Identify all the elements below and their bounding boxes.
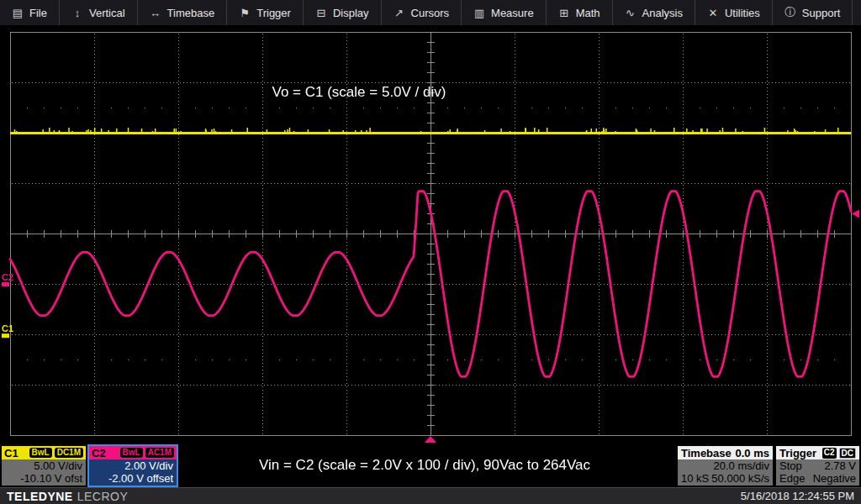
menu-utilities[interactable]: ✕ Utilities: [695, 0, 772, 25]
menu-analysis[interactable]: ∿ Analysis: [612, 0, 695, 25]
cursors-icon: ↗: [394, 7, 405, 19]
trigger-slope: Negative: [813, 473, 856, 485]
datetime-readout: 5/16/2018 12:24:55 PM: [741, 490, 854, 502]
trigger-level: 2.78 V: [824, 460, 856, 472]
math-icon: ⊞: [558, 7, 570, 19]
menu-vertical-label: Vertical: [89, 7, 125, 19]
display-icon: ⊟: [315, 7, 327, 19]
c1-trace-label: C1: [2, 323, 13, 333]
menu-math[interactable]: ⊞ Math: [546, 0, 612, 25]
c2-trace-label: C2: [2, 272, 13, 282]
menu-trigger[interactable]: ⚑ Trigger: [226, 0, 303, 25]
file-icon: ▤: [12, 7, 24, 19]
c1-descriptor-box[interactable]: C1 BwL DC1M 5.00 V/div -10.10 V ofst: [2, 446, 86, 486]
menu-support-label: Support: [802, 7, 841, 19]
menu-cursors-label: Cursors: [411, 7, 450, 19]
oscilloscope-screen: ▤ File ↕ Vertical ↔ Timebase ⚑ Trigger ⊟…: [0, 0, 861, 504]
menu-timebase[interactable]: ↔ Timebase: [137, 0, 227, 25]
menu-utilities-label: Utilities: [725, 7, 760, 19]
trigger-title: Trigger: [779, 447, 816, 459]
c2-bwl-badge: BwL: [120, 448, 143, 458]
c1-coupling-badge: DC1M: [55, 448, 83, 458]
c2-offset: -2.00 V offset: [108, 473, 173, 485]
menu-divider: [852, 0, 853, 25]
timebase-samples: 10 kS: [681, 473, 709, 485]
waveform-display[interactable]: [0, 0, 861, 504]
menu-measure[interactable]: ▥ Measure: [461, 0, 546, 25]
menu-cursors[interactable]: ↗ Cursors: [381, 0, 462, 25]
menu-analysis-label: Analysis: [642, 7, 683, 19]
c2-name: C2: [92, 447, 106, 459]
timebase-per-div: 20.0 ms/div: [714, 460, 769, 472]
c1-offset: -10.10 V ofst: [20, 473, 82, 485]
menu-support[interactable]: ⓘ Support: [772, 0, 853, 25]
vin-annotation: Vin = C2 (scale = 2.0V x 100 / div), 90V…: [259, 457, 590, 474]
measure-icon: ▥: [473, 7, 485, 19]
c1-scale: 5.00 V/div: [34, 460, 82, 472]
brand-teledyne: TELEDYNE: [7, 490, 73, 503]
menu-file[interactable]: ▤ File: [0, 0, 59, 25]
trigger-type: Edge: [779, 473, 805, 485]
menu-bar: ▤ File ↕ Vertical ↔ Timebase ⚑ Trigger ⊟…: [0, 0, 861, 26]
menu-display-label: Display: [333, 7, 369, 19]
analysis-icon: ∿: [625, 7, 637, 19]
c1-bwl-badge: BwL: [29, 448, 52, 458]
c2-descriptor-box[interactable]: C2 BwL AC1M 2.00 V/div -2.00 V offset: [87, 444, 178, 487]
menu-measure-label: Measure: [491, 7, 534, 19]
trigger-mode: Stop: [779, 460, 802, 472]
vertical-icon: ↕: [71, 7, 83, 19]
trigger-box[interactable]: Trigger C2 DC Stop 2.78 V Edge Negative: [776, 446, 859, 486]
status-bar: TELEDYNELECROY 5/16/2018 12:24:55 PM: [0, 487, 861, 504]
menu-math-label: Math: [576, 7, 600, 19]
trigger-coupling-badge: DC: [839, 448, 856, 459]
c2-coupling-badge: AC1M: [145, 448, 174, 458]
c2-scale: 2.00 V/div: [124, 460, 173, 472]
c1-name: C1: [4, 447, 18, 459]
brand-logo: TELEDYNELECROY: [7, 490, 128, 503]
menu-trigger-label: Trigger: [256, 7, 291, 19]
trigger-source-badge: C2: [822, 448, 837, 459]
menu-timebase-label: Timebase: [167, 7, 215, 19]
menu-file-label: File: [29, 7, 47, 19]
menu-display[interactable]: ⊟ Display: [303, 0, 381, 25]
timebase-icon: ↔: [150, 7, 161, 19]
support-icon: ⓘ: [784, 5, 796, 20]
timebase-delay: 0.0 ms: [736, 447, 769, 459]
brand-lecroy: LECROY: [77, 490, 129, 503]
menu-vertical[interactable]: ↕ Vertical: [59, 0, 137, 25]
timebase-title: Timebase: [681, 447, 732, 459]
utilities-icon: ✕: [707, 7, 719, 19]
timebase-box[interactable]: Timebase 0.0 ms 20.0 ms/div 10 kS 50.000…: [678, 446, 773, 486]
trigger-icon: ⚑: [239, 7, 251, 19]
timebase-rate: 50.000 kS/s: [711, 473, 769, 485]
vo-annotation: Vo = C1 (scale = 5.0V / div): [272, 84, 446, 101]
